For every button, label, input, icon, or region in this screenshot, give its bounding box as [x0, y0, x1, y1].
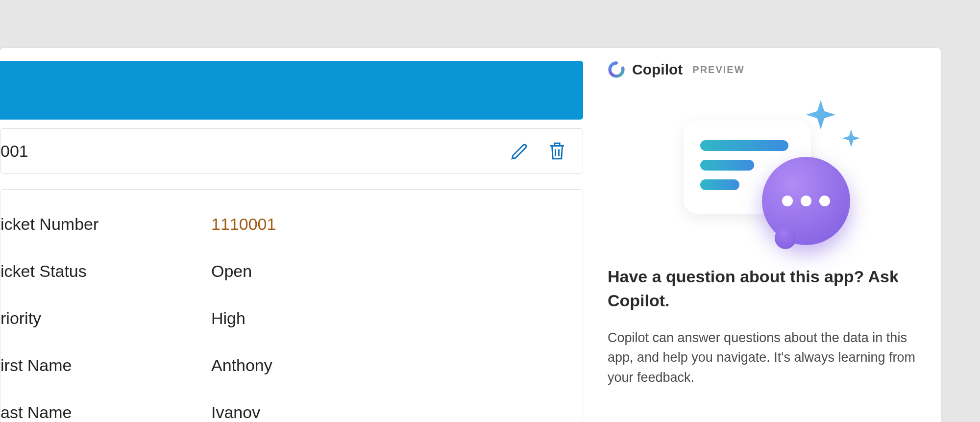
field-row-priority: riority High [0, 295, 583, 342]
copilot-logo-icon [608, 61, 625, 78]
field-label: riority [0, 309, 211, 328]
delete-button[interactable] [544, 138, 570, 164]
record-details-card: icket Number 1110001 icket Status Open r… [0, 189, 583, 422]
chat-bubble-icon [762, 157, 850, 245]
copilot-headline: Have a question about this app? Ask Copi… [608, 265, 931, 313]
svg-point-0 [610, 63, 623, 76]
field-label: icket Status [0, 262, 211, 281]
copilot-header: Copilot PREVIEW [608, 61, 931, 78]
main-content: 001 icket Number 1110001 [0, 61, 588, 422]
edit-button[interactable] [507, 138, 533, 164]
app-header-bar [0, 61, 583, 120]
pencil-icon [510, 141, 530, 161]
sparkle-icon [842, 129, 860, 147]
field-value: Anthony [211, 356, 272, 375]
field-row-last-name: ast Name Ivanov [0, 389, 583, 422]
field-value: High [211, 309, 245, 328]
copilot-body-text: Copilot can answer questions about the d… [608, 328, 931, 388]
field-label: ast Name [0, 403, 211, 422]
copilot-panel: Copilot PREVIEW Have a question about th… [608, 61, 931, 387]
copilot-preview-badge: PREVIEW [692, 64, 744, 75]
record-header-card: 001 [0, 128, 583, 174]
field-value: Ivanov [211, 403, 260, 422]
field-row-ticket-number: icket Number 1110001 [0, 200, 583, 248]
field-value: Open [211, 262, 252, 281]
field-label: icket Number [0, 215, 211, 234]
app-frame: 001 icket Number 1110001 [0, 48, 941, 422]
record-id-label: 001 [0, 142, 495, 161]
copilot-title: Copilot [632, 61, 683, 78]
field-value: 1110001 [211, 215, 276, 234]
sparkle-icon [806, 100, 835, 129]
copilot-illustration [679, 103, 860, 245]
field-row-ticket-status: icket Status Open [0, 248, 583, 295]
field-row-first-name: irst Name Anthony [0, 342, 583, 389]
field-label: irst Name [0, 356, 211, 375]
trash-icon [547, 141, 567, 161]
